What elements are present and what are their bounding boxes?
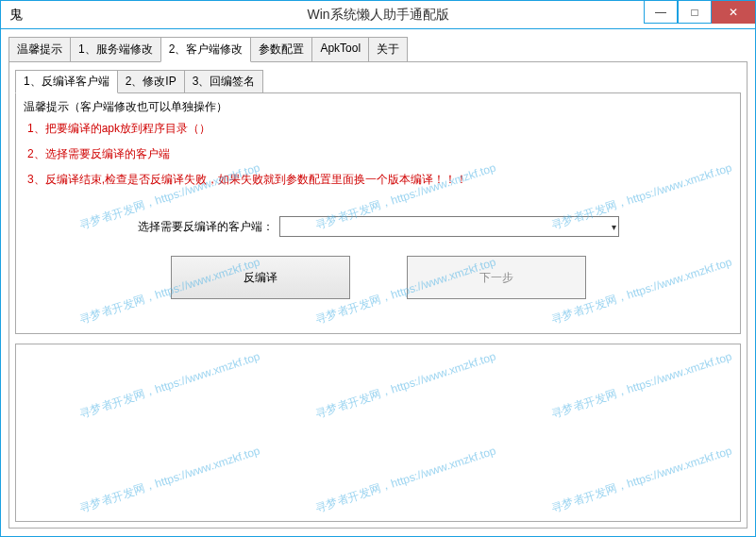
inner-tabstrip: 1、反编译客户端 2、修改IP 3、回编签名 [15, 70, 741, 93]
inner-panel: 温馨提示（客户端修改也可以单独操作） 1、把要编译的apk放到程序目录（） 2、… [15, 93, 741, 334]
minimize-button[interactable]: — [644, 1, 678, 24]
decompile-button[interactable]: 反编译 [171, 256, 350, 299]
tab-server-modify[interactable]: 1、服务端修改 [70, 37, 161, 61]
content-area: 温馨提示 1、服务端修改 2、客户端修改 参数配置 ApkTool 关于 1、反… [1, 29, 755, 536]
inner-tab-decompile[interactable]: 1、反编译客户端 [15, 70, 118, 93]
inner-tab-modify-ip[interactable]: 2、修改IP [117, 70, 185, 92]
client-select-row: 选择需要反编译的客户端： ▾ [24, 216, 732, 237]
tab-params[interactable]: 参数配置 [250, 37, 312, 61]
tab-apktool[interactable]: ApkTool [311, 37, 369, 61]
main-tabstrip: 温馨提示 1、服务端修改 2、客户端修改 参数配置 ApkTool 关于 [8, 37, 748, 62]
tab-client-modify[interactable]: 2、客户端修改 [160, 37, 252, 62]
window-title: Win系统懒人助手通配版 [1, 7, 755, 24]
chevron-down-icon: ▾ [612, 222, 616, 232]
hint-step-1: 1、把要编译的apk放到程序目录（） [27, 121, 732, 137]
next-button[interactable]: 下一步 [407, 256, 586, 299]
window-controls: — □ ✕ [644, 1, 755, 24]
button-row: 反编译 下一步 [24, 256, 732, 299]
client-select-label: 选择需要反编译的客户端： [138, 219, 274, 235]
titlebar[interactable]: 鬼 Win系统懒人助手通配版 — □ ✕ [1, 1, 755, 29]
main-tabpanel: 1、反编译客户端 2、修改IP 3、回编签名 温馨提示（客户端修改也可以单独操作… [8, 62, 748, 529]
inner-tab-resign[interactable]: 3、回编签名 [184, 70, 264, 92]
maximize-button[interactable]: □ [678, 1, 712, 24]
log-output[interactable] [15, 344, 741, 522]
close-button[interactable]: ✕ [712, 1, 755, 24]
hint-main: 温馨提示（客户端修改也可以单独操作） [24, 99, 732, 115]
client-select[interactable]: ▾ [279, 216, 619, 237]
hint-step-3: 3、反编译结束,检查是否反编译失败，如果失败就到参数配置里面换一个版本编译！！！ [27, 172, 732, 188]
hint-step-2: 2、选择需要反编译的客户端 [27, 146, 732, 162]
app-window: 鬼 Win系统懒人助手通配版 — □ ✕ 温馨提示 1、服务端修改 2、客户端修… [0, 0, 756, 537]
tab-about[interactable]: 关于 [368, 37, 408, 61]
app-icon: 鬼 [7, 6, 25, 25]
tab-tips[interactable]: 温馨提示 [8, 37, 71, 61]
